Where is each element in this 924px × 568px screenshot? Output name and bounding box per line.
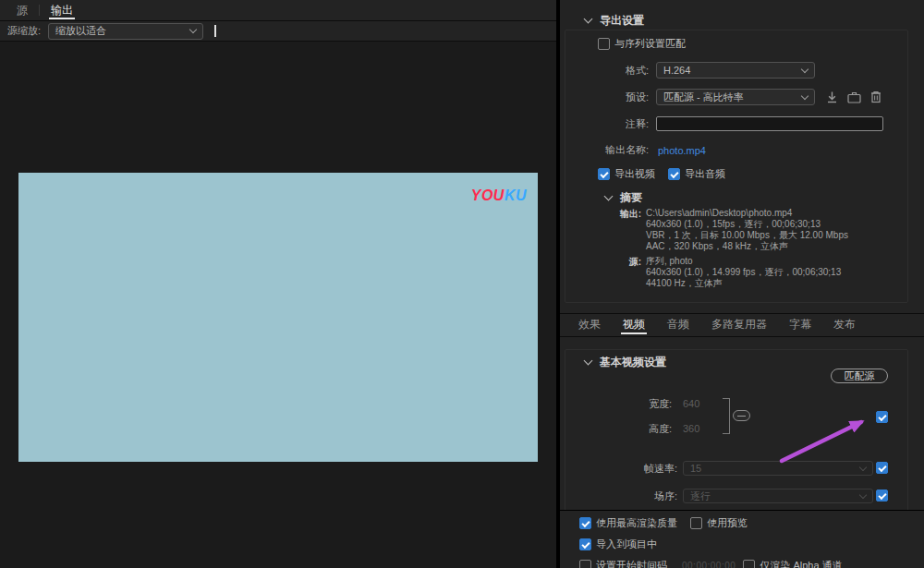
alpha-only-checkbox[interactable] [743, 560, 755, 568]
width-height-lock-checkbox[interactable] [876, 411, 888, 423]
footer-row-3: 设置开始时间码 00;00;00;00 仅渲染 Alpha 通道 [579, 559, 924, 568]
summary-output-label: 输出: [560, 208, 641, 252]
use-previews-checkbox[interactable] [690, 517, 702, 529]
start-timecode-label: 设置开始时间码 [596, 559, 667, 568]
chevron-down-icon [189, 26, 197, 33]
match-sequence-checkbox[interactable] [598, 38, 610, 50]
render-options-footer: 使用最高渲染质量 使用预览 导入到项目中 设置开始时间码 00;00;00;00… [560, 510, 924, 568]
width-value: 640 [683, 398, 699, 409]
framerate-dropdown[interactable]: 15 [683, 461, 873, 476]
source-scaling-label: 源缩放: [7, 24, 41, 38]
chevron-down-icon [604, 192, 614, 201]
use-previews-label: 使用预览 [707, 516, 748, 530]
summary-title: 摘要 [620, 190, 642, 206]
link-icon[interactable] [733, 410, 750, 421]
format-row: 格式: H.264 [560, 62, 924, 79]
export-video-label: 导出视频 [614, 167, 655, 181]
field-order-row: 场序: 逐行 [560, 489, 924, 503]
summary-output-bitrate: VBR，1 次，目标 10.00 Mbps，最大 12.00 Mbps [646, 230, 848, 241]
start-timecode-value: 00;00;00;00 [682, 561, 736, 568]
basic-video-settings-title: 基本视频设置 [600, 355, 666, 370]
settings-panel: 导出设置 与序列设置匹配 格式: H.264 预设: 匹配源 - 高比特率 [560, 0, 924, 568]
preset-label: 预设: [560, 91, 649, 104]
alpha-only-label: 仅渲染 Alpha 通道 [760, 559, 842, 568]
summary-output-video: 640x360 (1.0)，15fps，逐行，00;06;30;13 [646, 219, 848, 230]
output-name-label: 输出名称: [560, 143, 649, 157]
comments-label: 注释: [560, 117, 649, 131]
source-scaling-bar: 源缩放: 缩放以适合 [0, 21, 556, 42]
summary-source-label: 源: [560, 256, 641, 289]
basic-video-settings-header[interactable]: 基本视频设置 [585, 355, 666, 370]
export-toggles-row: 导出视频 导出音频 [560, 167, 924, 181]
summary-source-lines: 序列, photo 640x360 (1.0)，14.999 fps，逐行，00… [646, 256, 841, 289]
preset-row: 预设: 匹配源 - 高比特率 [560, 89, 924, 105]
framerate-match-checkbox[interactable] [876, 462, 888, 474]
framerate-label: 帧速率: [560, 462, 677, 476]
youku-logo-ku: KU [505, 187, 527, 203]
preview-tab-bar: 源 输出 [0, 0, 556, 21]
comments-row: 注释: [560, 116, 924, 131]
width-label: 宽度: [560, 397, 672, 411]
tab-multiplexer[interactable]: 多路复用器 [704, 313, 774, 336]
export-settings-section: 导出设置 与序列设置匹配 格式: H.264 预设: 匹配源 - 高比特率 [560, 0, 924, 314]
export-settings-header[interactable]: 导出设置 [585, 13, 644, 29]
match-source-button[interactable]: 匹配源 [831, 369, 888, 383]
download-preset-icon[interactable] [826, 91, 838, 103]
output-name-link[interactable]: photo.mp4 [658, 145, 706, 156]
source-scaling-dropdown[interactable]: 缩放以适合 [48, 23, 203, 40]
footer-row-2: 导入到项目中 [579, 538, 924, 551]
export-settings-window: 源 输出 源缩放: 缩放以适合 YOUKU [0, 0, 924, 568]
width-row: 宽度: 640 [560, 396, 924, 411]
preset-value: 匹配源 - 高比特率 [663, 91, 744, 104]
tab-source[interactable]: 源 [6, 0, 39, 20]
field-order-label: 场序: [560, 489, 677, 503]
tab-output[interactable]: 输出 [40, 0, 84, 20]
chevron-down-icon [584, 357, 593, 366]
import-to-project-checkbox[interactable] [579, 538, 591, 550]
youku-logo: YOUKU [471, 187, 527, 204]
chevron-down-icon [801, 65, 808, 72]
summary-source: 源: 序列, photo 640x360 (1.0)，14.999 fps，逐行… [560, 256, 841, 289]
max-render-quality-checkbox[interactable] [579, 517, 591, 529]
summary-output-audio: AAC，320 Kbps，48 kHz，立体声 [646, 241, 848, 252]
field-order-match-checkbox[interactable] [876, 489, 888, 502]
chevron-down-icon [859, 490, 867, 498]
tab-video[interactable]: 视频 [615, 313, 652, 336]
max-render-quality-label: 使用最高渲染质量 [596, 516, 677, 530]
video-preview: YOUKU [18, 173, 538, 462]
export-settings-title: 导出设置 [600, 13, 644, 29]
tab-publish[interactable]: 发布 [826, 313, 863, 336]
import-to-project-label: 导入到项目中 [596, 538, 657, 551]
basic-video-settings-section: 基本视频设置 匹配源 宽度: 640 高度: 360 帧速率: 15 [560, 337, 924, 510]
start-timecode-checkbox[interactable] [579, 560, 591, 568]
summary-output: 输出: C:\Users\admin\Desktop\photo.mp4 640… [560, 208, 848, 252]
format-label: 格式: [560, 64, 649, 78]
footer-row-1: 使用最高渲染质量 使用预览 [579, 516, 924, 530]
text-caret [214, 25, 216, 37]
summary-output-lines: C:\Users\admin\Desktop\photo.mp4 640x360… [646, 208, 848, 252]
export-audio-label: 导出音频 [685, 167, 725, 181]
field-order-dropdown[interactable]: 逐行 [683, 489, 873, 503]
summary-source-audio: 44100 Hz，立体声 [646, 278, 841, 289]
summary-output-path: C:\Users\admin\Desktop\photo.mp4 [646, 208, 848, 219]
preset-dropdown[interactable]: 匹配源 - 高比特率 [656, 89, 815, 105]
width-height-bracket [723, 398, 730, 434]
match-sequence-label: 与序列设置匹配 [614, 37, 686, 51]
summary-header[interactable]: 摘要 [605, 190, 642, 206]
chevron-down-icon [801, 91, 808, 99]
preset-actions [826, 91, 881, 103]
delete-preset-icon[interactable] [870, 91, 881, 103]
tab-captions[interactable]: 字幕 [782, 313, 819, 336]
comments-input[interactable] [656, 116, 883, 131]
settings-tab-bar: 效果 视频 音频 多路复用器 字幕 发布 [560, 313, 924, 337]
preview-area: YOUKU [0, 42, 556, 568]
format-dropdown[interactable]: H.264 [656, 62, 815, 79]
export-audio-checkbox[interactable] [668, 168, 680, 180]
tab-effects[interactable]: 效果 [571, 313, 608, 336]
height-label: 高度: [560, 422, 672, 436]
height-value: 360 [683, 423, 699, 434]
preview-panel: 源 输出 源缩放: 缩放以适合 YOUKU [0, 0, 556, 568]
save-preset-icon[interactable] [847, 91, 861, 103]
tab-audio[interactable]: 音频 [660, 313, 697, 336]
export-video-checkbox[interactable] [598, 168, 610, 180]
